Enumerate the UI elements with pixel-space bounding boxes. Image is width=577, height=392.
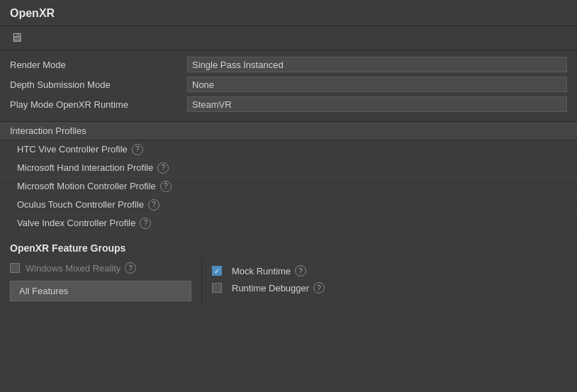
feature-row: Mock Runtime? [212,262,567,279]
all-features-button[interactable]: All Features [10,281,191,301]
feature-groups-section: OpenXR Feature Groups Windows Mixed Real… [0,237,577,304]
wmr-checkbox[interactable] [10,263,20,273]
feature-help-icon[interactable]: ? [313,282,325,293]
depth-submission-label: Depth Submission Mode [10,79,187,90]
feature-groups-title: OpenXR Feature Groups [0,237,577,258]
profile-row: Microsoft Hand Interaction Profile? [0,159,577,177]
feature-label: Runtime Debugger [232,283,309,293]
profile-help-icon[interactable]: ? [140,218,151,229]
profile-help-icon[interactable]: ? [132,144,143,155]
feature-checkbox[interactable] [212,266,222,276]
play-mode-row: Play Mode OpenXR Runtime SteamVR [0,94,577,114]
profile-name: Oculus Touch Controller Profile [17,199,144,210]
profile-list: HTC Vive Controller Profile?Microsoft Ha… [0,140,577,233]
openxr-panel: OpenXR 🖥 Render Mode Single Pass Instanc… [0,0,577,392]
profile-help-icon[interactable]: ? [148,199,159,211]
feature-label: Mock Runtime [232,266,291,276]
play-mode-value: SteamVR [187,96,567,112]
profile-help-icon[interactable]: ? [160,181,172,192]
feature-groups-content: Windows Mixed Reality ? All Features Moc… [0,258,577,304]
profile-row: Valve Index Controller Profile? [0,214,577,233]
profile-name: Microsoft Motion Controller Profile [17,181,156,191]
interaction-profiles-header: Interaction Profiles [0,121,577,140]
depth-submission-row: Depth Submission Mode None [0,74,577,94]
profile-row: Microsoft Motion Controller Profile? [0,177,577,196]
wmr-row: Windows Mixed Reality ? [0,258,201,278]
feature-row: Runtime Debugger? [212,279,567,296]
settings-section: Render Mode Single Pass Instanced Depth … [0,50,577,118]
right-panel: Mock Runtime?Runtime Debugger? [202,258,577,301]
profile-name: HTC Vive Controller Profile [17,144,128,155]
profile-row: Oculus Touch Controller Profile? [0,196,577,214]
profile-row: HTC Vive Controller Profile? [0,140,577,159]
render-mode-value: Single Pass Instanced [187,57,567,72]
profile-name: Valve Index Controller Profile [17,218,135,228]
feature-checkbox[interactable] [212,283,222,293]
render-mode-row: Render Mode Single Pass Instanced [0,55,577,74]
wmr-label: Windows Mixed Reality [26,263,121,274]
monitor-icon: 🖥 [10,30,23,45]
feature-help-icon[interactable]: ? [295,265,306,276]
icon-bar: 🖥 [0,26,577,50]
left-panel: Windows Mixed Reality ? All Features [0,258,202,304]
render-mode-label: Render Mode [10,60,187,70]
profile-name: Microsoft Hand Interaction Profile [17,162,153,173]
panel-title: OpenXR [0,0,577,26]
wmr-help-icon[interactable]: ? [125,262,136,274]
play-mode-label: Play Mode OpenXR Runtime [10,99,187,110]
depth-submission-value: None [187,77,567,92]
profile-help-icon[interactable]: ? [157,162,169,174]
